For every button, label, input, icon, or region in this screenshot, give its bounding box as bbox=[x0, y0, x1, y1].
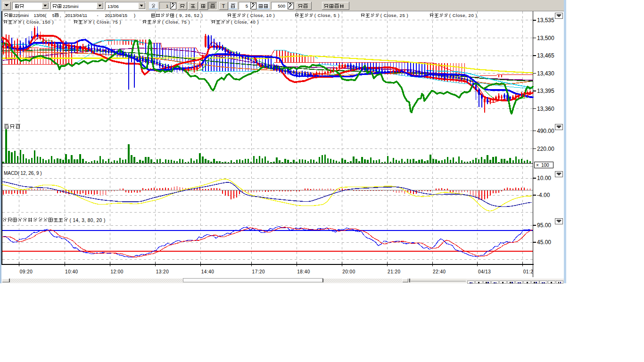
svg-text:5: 5 bbox=[246, 3, 248, 8]
svg-text:18:40: 18:40 bbox=[297, 269, 310, 274]
svg-text:13:20: 13:20 bbox=[156, 269, 169, 274]
svg-text:17:20: 17:20 bbox=[252, 269, 265, 274]
svg-text:100: 100 bbox=[541, 163, 549, 168]
svg-text:13,500: 13,500 bbox=[537, 35, 554, 41]
svg-text:( Close, 25 ): ( Close, 25 ) bbox=[380, 13, 409, 18]
svg-text:T: T bbox=[222, 3, 225, 9]
svg-text:×: × bbox=[536, 163, 539, 168]
svg-text:225mini: 225mini bbox=[13, 13, 29, 18]
svg-text:95.00: 95.00 bbox=[537, 222, 551, 229]
svg-text:225mini: 225mini bbox=[63, 4, 78, 9]
svg-text:( Close, 40 ): ( Close, 40 ) bbox=[231, 19, 259, 25]
svg-text:13,535: 13,535 bbox=[537, 17, 554, 24]
svg-text:20:00: 20:00 bbox=[342, 269, 355, 274]
svg-text:( 9, 26, 52 ): ( 9, 26, 52 ) bbox=[176, 13, 203, 18]
svg-text:13,465: 13,465 bbox=[537, 52, 554, 59]
svg-text:5: 5 bbox=[52, 13, 55, 18]
svg-text:2013/04/11: 2013/04/11 bbox=[65, 13, 87, 18]
svg-text:12:00: 12:00 bbox=[110, 269, 124, 274]
svg-text:13,360: 13,360 bbox=[537, 106, 554, 112]
svg-text:10:40: 10:40 bbox=[65, 269, 78, 274]
svg-text:09:20: 09:20 bbox=[20, 269, 33, 274]
svg-text:220.00: 220.00 bbox=[537, 146, 554, 152]
svg-text:13,430: 13,430 bbox=[537, 70, 554, 77]
svg-text:): ) bbox=[134, 13, 135, 18]
svg-text:( Close, 5 ): ( Close, 5 ) bbox=[314, 13, 340, 18]
svg-text:490.00: 490.00 bbox=[537, 128, 554, 134]
svg-text:( Close, 75 ): ( Close, 75 ) bbox=[93, 19, 122, 25]
svg-text:( Close, 20 ): ( Close, 20 ) bbox=[449, 13, 478, 18]
svg-text:( Close, 75 ): ( Close, 75 ) bbox=[162, 19, 190, 25]
svg-text:13,395: 13,395 bbox=[537, 88, 554, 94]
svg-text:13/06: 13/06 bbox=[107, 4, 119, 9]
svg-text:21:20: 21:20 bbox=[388, 269, 401, 274]
svg-text:14:40: 14:40 bbox=[201, 269, 215, 274]
svg-text:01:2: 01:2 bbox=[523, 269, 533, 274]
svg-text:-: - bbox=[97, 13, 99, 18]
svg-text:45.00: 45.00 bbox=[537, 239, 551, 246]
svg-text:( Close, 150 ): ( Close, 150 ) bbox=[23, 19, 54, 25]
svg-text:500: 500 bbox=[278, 3, 285, 8]
svg-text:-4.00: -4.00 bbox=[537, 192, 550, 198]
svg-text:1: 1 bbox=[166, 3, 168, 8]
svg-text:13/06(: 13/06( bbox=[33, 13, 47, 18]
svg-text:MACD( 12, 26, 9 ): MACD( 12, 26, 9 ) bbox=[4, 171, 42, 176]
svg-text:2013/04/15: 2013/04/15 bbox=[105, 13, 128, 18]
svg-text:10.00: 10.00 bbox=[537, 175, 551, 181]
svg-text:( 14, 3, 80, 20 ): ( 14, 3, 80, 20 ) bbox=[69, 218, 105, 223]
svg-text:,: , bbox=[60, 13, 61, 18]
svg-text:04/13: 04/13 bbox=[478, 269, 491, 274]
svg-text:( Close, 10 ): ( Close, 10 ) bbox=[247, 13, 275, 18]
svg-text:22:40: 22:40 bbox=[433, 269, 446, 274]
